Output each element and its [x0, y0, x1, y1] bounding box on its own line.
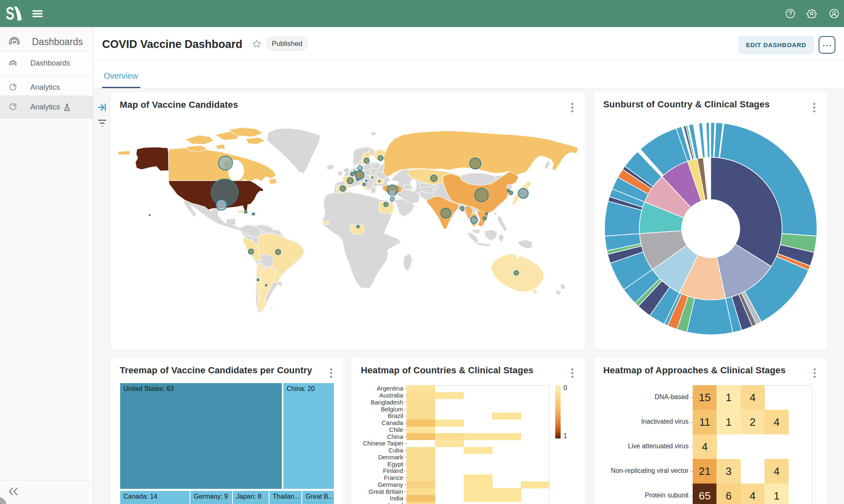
- svg-text:S: S: [6, 6, 14, 21]
